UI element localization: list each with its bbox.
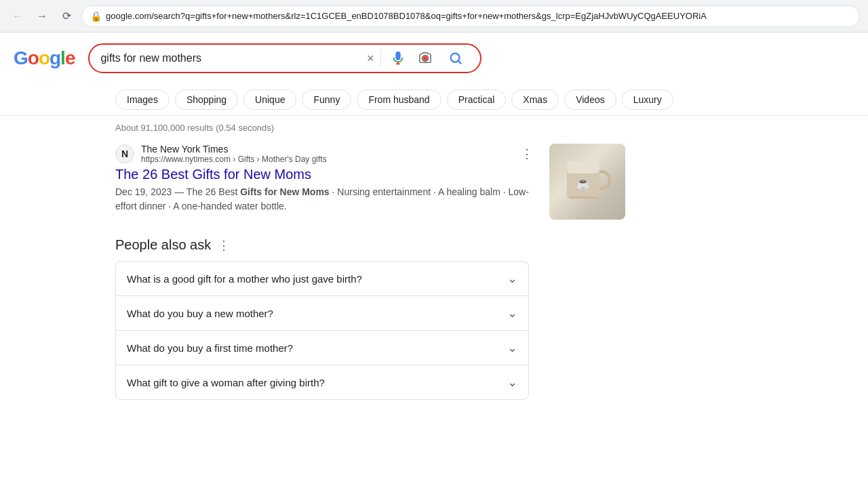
svg-point-0 xyxy=(423,56,428,60)
google-logo[interactable]: Google xyxy=(14,47,75,69)
paa-chevron-2: ⌄ xyxy=(507,340,517,355)
forward-button[interactable]: → xyxy=(33,7,52,26)
thumbnail-image-0: ☕ xyxy=(549,144,625,220)
search-result-0: N The New York Times https://www.nytimes… xyxy=(0,137,868,226)
snippet-prefix: — The 26 Best xyxy=(174,186,240,197)
search-filters: Images Shopping Unique Funny From husban… xyxy=(0,84,868,116)
result-snippet-0: Dec 19, 2023 — The 26 Best Gifts for New… xyxy=(115,185,536,214)
paa-chevron-0: ⌄ xyxy=(507,271,517,286)
snippet-bold: Gifts for New Moms xyxy=(240,186,329,197)
paa-item-0[interactable]: What is a good gift for a mother who jus… xyxy=(115,261,529,296)
paa-question-3: What gift to give a woman after giving b… xyxy=(127,377,325,388)
result-url-0: https://www.nytimes.com › Gifts › Mother… xyxy=(141,155,511,164)
browser-chrome: ← → ⟳ 🔒 google.com/search?q=gifts+for+ne… xyxy=(0,0,868,33)
google-header: Google × xyxy=(0,33,868,84)
address-bar[interactable]: 🔒 google.com/search?q=gifts+for+new+moth… xyxy=(81,5,860,27)
search-button[interactable] xyxy=(442,45,469,72)
search-divider xyxy=(380,50,381,66)
paa-chevron-1: ⌄ xyxy=(507,306,517,321)
paa-section: People also ask ⋮ What is a good gift fo… xyxy=(0,226,542,400)
thumbnail-svg: ☕ xyxy=(564,155,611,209)
paa-question-2: What do you buy a first time mother? xyxy=(127,342,293,354)
filter-luxury[interactable]: Luxury xyxy=(622,89,673,110)
back-button[interactable]: ← xyxy=(8,7,27,26)
paa-list: What is a good gift for a mother who jus… xyxy=(115,261,529,400)
result-thumbnail-0: ☕ xyxy=(549,144,625,220)
address-bar-text: google.com/search?q=gifts+for+new+mother… xyxy=(106,11,851,21)
filter-shopping[interactable]: Shopping xyxy=(175,89,238,110)
filter-xmas[interactable]: Xmas xyxy=(511,89,559,110)
result-favicon-0: N xyxy=(115,144,134,163)
result-site-name-0: The New York Times xyxy=(141,144,511,155)
paa-question-0: What is a good gift for a mother who jus… xyxy=(127,273,362,285)
filter-videos[interactable]: Videos xyxy=(564,89,616,110)
paa-header: People also ask ⋮ xyxy=(115,237,529,253)
search-icon xyxy=(448,51,463,66)
results-count: About 91,100,000 results (0.54 seconds) xyxy=(0,116,868,137)
filter-unique[interactable]: Unique xyxy=(243,89,296,110)
filter-from-husband[interactable]: From husband xyxy=(357,89,441,110)
camera-icon xyxy=(418,51,433,66)
lens-search-button[interactable] xyxy=(415,48,435,68)
clear-button[interactable]: × xyxy=(367,52,374,66)
snippet-date: Dec 19, 2023 xyxy=(115,186,172,197)
svg-rect-4 xyxy=(567,161,599,174)
paa-menu-button[interactable]: ⋮ xyxy=(218,238,230,253)
voice-search-button[interactable] xyxy=(388,48,408,68)
paa-item-1[interactable]: What do you buy a new mother? ⌄ xyxy=(115,296,529,330)
filter-practical[interactable]: Practical xyxy=(447,89,507,110)
paa-title: People also ask xyxy=(115,237,211,253)
filter-funny[interactable]: Funny xyxy=(302,89,351,110)
page-content: Google × xyxy=(0,33,868,400)
result-title-0[interactable]: The 26 Best Gifts for New Moms xyxy=(115,167,536,182)
paa-item-2[interactable]: What do you buy a first time mother? ⌄ xyxy=(115,330,529,365)
result-menu-button-0[interactable]: ⋮ xyxy=(518,144,536,164)
result-source-0: N The New York Times https://www.nytimes… xyxy=(115,144,536,164)
paa-item-3[interactable]: What gift to give a woman after giving b… xyxy=(115,365,529,400)
paa-chevron-3: ⌄ xyxy=(507,375,517,390)
search-bar: × xyxy=(88,43,481,73)
svg-text:☕: ☕ xyxy=(576,176,591,190)
result-source-info-0: The New York Times https://www.nytimes.c… xyxy=(141,144,511,164)
lock-icon: 🔒 xyxy=(90,11,102,22)
paa-question-1: What do you buy a new mother? xyxy=(127,308,273,319)
result-content-0: N The New York Times https://www.nytimes… xyxy=(115,144,536,214)
search-input[interactable] xyxy=(100,52,359,64)
mic-icon xyxy=(391,51,406,66)
svg-rect-6 xyxy=(569,197,597,199)
reload-button[interactable]: ⟳ xyxy=(57,7,76,26)
filter-images[interactable]: Images xyxy=(115,89,170,110)
